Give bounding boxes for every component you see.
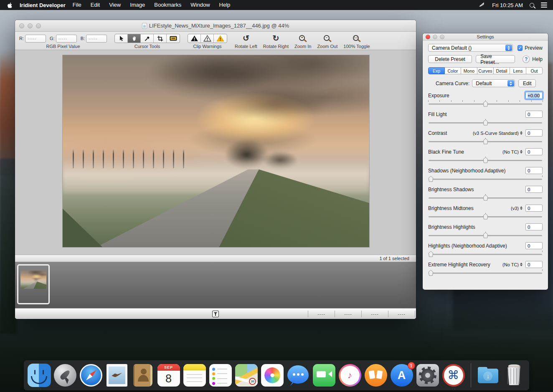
tab-exp[interactable]: Exp bbox=[428, 67, 445, 74]
dock-mail[interactable] bbox=[105, 364, 129, 387]
slider-value-field[interactable]: 0 bbox=[525, 186, 543, 193]
rotate-right-button[interactable]: ↻Rotate Right bbox=[263, 34, 289, 49]
thumbnail-selected[interactable] bbox=[17, 264, 50, 304]
tab-detail[interactable]: Detail bbox=[494, 67, 510, 74]
dock-safari[interactable] bbox=[79, 364, 103, 387]
slider-value-field[interactable]: 0 bbox=[525, 205, 543, 212]
dock-separator bbox=[471, 363, 471, 387]
slider-thumb[interactable] bbox=[483, 232, 488, 238]
dock-app-store[interactable]: A 1 bbox=[390, 364, 413, 387]
zoom-out-button[interactable]: −Zoom Out bbox=[317, 34, 337, 49]
camera-curve-dropdown[interactable]: Default bbox=[472, 79, 515, 87]
menu-item-view[interactable]: View bbox=[104, 0, 125, 10]
slider-mode-select[interactable]: (v3 S-Curve Standard) bbox=[473, 131, 523, 136]
dock-finder[interactable] bbox=[28, 364, 51, 387]
tab-curves[interactable]: Curves bbox=[477, 67, 494, 74]
rotate-left-button[interactable]: ↺Rotate Left bbox=[235, 34, 257, 49]
slider-value-field[interactable]: 0 bbox=[525, 261, 543, 268]
thumbnail-strip bbox=[15, 262, 416, 308]
slider-thumb[interactable] bbox=[483, 157, 488, 163]
slider-value-field[interactable]: 0 bbox=[525, 167, 543, 174]
measure-tool-button[interactable] bbox=[167, 34, 180, 43]
slider-value-field[interactable]: 0 bbox=[525, 148, 543, 155]
delete-preset-button[interactable]: Delete Preset bbox=[428, 55, 472, 63]
menu-item-file[interactable]: File bbox=[68, 0, 86, 10]
menu-item-bookmarks[interactable]: Bookmarks bbox=[150, 0, 186, 10]
slider-label: Shadows (Neighborhood Adaptive) bbox=[428, 168, 505, 174]
slider-value-field[interactable]: 0 bbox=[525, 129, 543, 137]
dock-facetime[interactable] bbox=[312, 364, 336, 387]
apple-menu-icon[interactable] bbox=[8, 2, 13, 8]
book-icon bbox=[368, 370, 375, 379]
notification-center-icon[interactable] bbox=[541, 3, 547, 7]
tab-mono[interactable]: Mono bbox=[461, 67, 477, 74]
window-title-bar[interactable]: LIFEstyle_News_MiXture_Images_1287__446.… bbox=[15, 20, 416, 32]
slider-track[interactable] bbox=[429, 254, 542, 255]
slider-value-field[interactable]: 0 bbox=[525, 111, 543, 118]
slider-value-field[interactable]: 0 bbox=[525, 223, 543, 230]
slider-track[interactable] bbox=[429, 179, 542, 180]
eyedropper-tool-button[interactable] bbox=[141, 34, 154, 43]
settings-title-bar[interactable]: Settings bbox=[423, 33, 548, 40]
dock-trash[interactable] bbox=[502, 364, 526, 387]
slider-thumb[interactable] bbox=[428, 270, 434, 276]
menu-app-name[interactable]: Iridient Developer bbox=[20, 2, 66, 8]
crop-tool-button[interactable] bbox=[154, 34, 167, 43]
slider-value-field[interactable]: 0 bbox=[525, 242, 543, 249]
close-button[interactable] bbox=[19, 23, 24, 28]
dock-launchpad[interactable] bbox=[53, 364, 77, 387]
status-menu-icon[interactable] bbox=[478, 1, 485, 9]
help-button[interactable]: ? bbox=[523, 56, 530, 63]
midtone-clip-warning-button[interactable] bbox=[201, 34, 214, 43]
dock-ibooks[interactable] bbox=[364, 364, 388, 387]
menu-item-help[interactable]: Help bbox=[215, 0, 235, 10]
edit-curve-button[interactable]: Edit bbox=[518, 79, 536, 87]
spotlight-icon[interactable] bbox=[530, 3, 534, 8]
menu-item-image[interactable]: Image bbox=[125, 0, 150, 10]
tab-color[interactable]: Color bbox=[445, 67, 461, 74]
tab-out[interactable]: Out bbox=[526, 67, 543, 74]
dock-notes[interactable] bbox=[183, 364, 206, 387]
slider-mode-select[interactable]: (No TC) bbox=[502, 262, 523, 267]
dock-contacts[interactable] bbox=[131, 364, 155, 387]
preset-dropdown[interactable]: Camera Default () bbox=[428, 44, 513, 52]
tab-lens[interactable]: Lens bbox=[510, 67, 526, 74]
dock-downloads[interactable]: ↓ bbox=[477, 364, 500, 387]
zoom-in-button[interactable]: +Zoom In bbox=[294, 34, 311, 49]
dock-messages[interactable] bbox=[287, 364, 310, 387]
dock-photos[interactable] bbox=[261, 364, 284, 387]
dock-system-preferences[interactable] bbox=[416, 364, 439, 387]
slider-thumb[interactable] bbox=[428, 176, 434, 182]
slider-thumb[interactable] bbox=[483, 213, 488, 220]
minimize-button[interactable] bbox=[28, 23, 33, 28]
help-label: Help bbox=[532, 56, 543, 62]
slider-thumb[interactable] bbox=[483, 138, 488, 144]
menu-clock[interactable]: Fri 10:25 AM bbox=[492, 2, 523, 8]
filter-button[interactable] bbox=[212, 311, 219, 317]
black-clip-warning-button[interactable] bbox=[188, 34, 201, 43]
slider-thumb[interactable] bbox=[483, 119, 488, 126]
menu-items: FileEditViewImageBookmarksWindowHelp bbox=[68, 0, 235, 10]
dock-itunes[interactable]: ♪ bbox=[338, 364, 362, 387]
dock-maps[interactable]: 30 bbox=[235, 364, 258, 387]
toggle-100-button[interactable]: 1:1100% Toggle bbox=[343, 34, 370, 49]
menu-item-edit[interactable]: Edit bbox=[86, 0, 104, 10]
dock-reminders[interactable] bbox=[209, 364, 232, 387]
slider-thumb[interactable] bbox=[428, 251, 434, 257]
highlight-clip-warning-button[interactable] bbox=[214, 34, 227, 43]
menu-item-window[interactable]: Window bbox=[186, 0, 214, 10]
zoom-button[interactable] bbox=[36, 23, 41, 28]
slider-mode-select[interactable]: (v3) bbox=[511, 206, 523, 211]
photo-preview[interactable] bbox=[63, 55, 369, 247]
dock-iridient-developer[interactable]: ⌘ bbox=[442, 364, 465, 387]
hand-tool-button[interactable] bbox=[128, 34, 141, 43]
save-preset-button[interactable]: Save Preset... bbox=[476, 55, 515, 63]
slider-thumb[interactable] bbox=[483, 195, 488, 201]
arrow-tool-button[interactable] bbox=[115, 34, 128, 43]
slider-thumb[interactable] bbox=[483, 101, 488, 107]
slider-mode-select[interactable]: (No TC) bbox=[502, 149, 523, 154]
slider-value-field[interactable]: +0.00 bbox=[525, 92, 543, 99]
preview-checkbox[interactable]: ✓ bbox=[517, 45, 523, 51]
slider-track[interactable] bbox=[429, 273, 542, 274]
dock-calendar[interactable]: SEP 8 bbox=[157, 364, 180, 387]
